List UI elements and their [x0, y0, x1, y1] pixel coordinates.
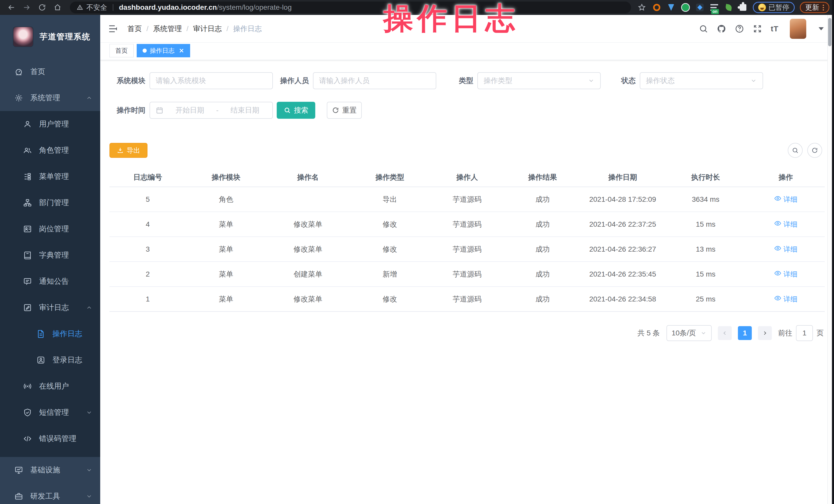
page-unit-label: 页 — [816, 328, 824, 338]
search-icon[interactable] — [699, 24, 708, 34]
cell-action: 详细 — [747, 262, 825, 287]
breadcrumb-item[interactable]: 首页 — [128, 24, 142, 34]
menu-icon — [23, 172, 32, 181]
app-logo-row[interactable]: 芋道管理系统 — [0, 15, 100, 59]
sidebar-item-部门管理[interactable]: 部门管理 — [0, 190, 100, 216]
sidebar-item-角色管理[interactable]: 角色管理 — [0, 137, 100, 163]
browser-back-icon[interactable] — [5, 2, 18, 13]
sidebar-item-首页[interactable]: 首页 — [0, 59, 100, 85]
extension-icon[interactable]: on — [710, 3, 719, 12]
chevron-down-icon — [588, 78, 595, 84]
next-page-button[interactable] — [758, 326, 772, 340]
extension-icon[interactable] — [652, 3, 661, 12]
bookmark-star-icon[interactable] — [637, 2, 647, 13]
fullscreen-icon[interactable] — [753, 24, 762, 34]
goto-page-input[interactable] — [796, 325, 813, 341]
sidebar-item-基础设施[interactable]: 基础设施 — [0, 457, 100, 483]
scrollbar-thumb[interactable] — [828, 18, 831, 46]
refresh-table-icon[interactable] — [807, 143, 822, 158]
tab-操作日志[interactable]: 操作日志 — [137, 44, 190, 57]
tab-close-icon[interactable] — [179, 48, 184, 53]
detail-link[interactable]: 详细 — [774, 220, 797, 229]
url-divider — [113, 4, 113, 11]
module-input[interactable]: 请输入系统模块 — [150, 72, 273, 89]
sidebar-section-gap — [0, 452, 100, 457]
sidebar-item-字典管理[interactable]: 字典管理 — [0, 242, 100, 268]
table-row: 5角色导出芋道源码成功2021-04-28 17:52:093634 ms详细 — [109, 187, 825, 212]
type-select[interactable]: 操作类型 — [477, 72, 601, 89]
sidebar-item-错误码管理[interactable]: 错误码管理 — [0, 425, 100, 452]
detail-link[interactable]: 详细 — [774, 294, 797, 304]
browser-forward-icon[interactable] — [20, 2, 34, 13]
breadcrumb: 首页/系统管理/审计日志/操作日志 — [128, 24, 699, 34]
status-select[interactable]: 操作状态 — [640, 72, 763, 89]
url-text[interactable]: dashboard.yudao.iocoder.cn/system/log/op… — [119, 3, 292, 12]
page-number-button[interactable]: 1 — [738, 326, 752, 340]
extension-on-badge: on — [711, 9, 719, 14]
reset-button[interactable]: 重置 — [327, 102, 362, 119]
sidebar-item-操作日志[interactable]: 操作日志 — [0, 321, 100, 347]
export-button[interactable]: 导出 — [109, 143, 148, 158]
sidebar-item-菜单管理[interactable]: 菜单管理 — [0, 163, 100, 190]
toggle-search-icon[interactable] — [788, 143, 803, 158]
cell-operator: 芋道源码 — [430, 187, 504, 212]
eye-icon — [774, 220, 781, 229]
cell-action: 详细 — [747, 212, 825, 237]
browser-menu-icon[interactable] — [823, 5, 824, 10]
browser-reload-icon[interactable] — [36, 2, 49, 13]
paused-extension-pill[interactable]: 已暂停 — [753, 2, 795, 13]
cell-action: 详细 — [747, 187, 825, 212]
tags-view-bar: 首页操作日志 — [100, 43, 834, 60]
browser-window: 不安全 dashboard.yudao.iocoder.cn/system/lo… — [0, 0, 834, 504]
collapse-sidebar-icon[interactable] — [108, 24, 118, 34]
breadcrumb-item[interactable]: 审计日志 — [193, 24, 222, 34]
sidebar-item-label: 研发工具 — [30, 491, 60, 501]
chrome-update-button[interactable]: 更新 — [800, 2, 829, 13]
topbar: 首页/系统管理/审计日志/操作日志 tT — [100, 15, 834, 43]
operate-log-table: 日志编号操作模块操作名操作类型操作人操作结果操作日期执行时长操作 5角色导出芋道… — [109, 168, 825, 312]
extension-icon[interactable] — [724, 3, 733, 12]
sidebar-item-系统管理[interactable]: 系统管理 — [0, 85, 100, 111]
operator-label: 操作人员 — [273, 76, 309, 86]
chevron-down-icon — [86, 467, 92, 474]
module-label: 系统模块 — [109, 76, 146, 86]
cell-module: 角色 — [186, 187, 266, 212]
breadcrumb-item[interactable]: 系统管理 — [153, 24, 182, 34]
sidebar-item-用户管理[interactable]: 用户管理 — [0, 111, 100, 137]
sidebar-item-通知公告[interactable]: 通知公告 — [0, 268, 100, 294]
sidebar-item-审计日志[interactable]: 审计日志 — [0, 294, 100, 321]
cell-result: 成功 — [504, 237, 581, 262]
shield-icon — [23, 408, 32, 417]
sidebar-item-登录日志[interactable]: 登录日志 — [0, 347, 100, 373]
sidebar-item-短信管理[interactable]: 短信管理 — [0, 399, 100, 425]
browser-home-icon[interactable] — [51, 2, 64, 13]
sidebar-item-岗位管理[interactable]: 岗位管理 — [0, 216, 100, 242]
extension-icon[interactable] — [695, 3, 704, 12]
search-button[interactable]: 搜索 — [277, 102, 315, 119]
sidebar-item-研发工具[interactable]: 研发工具 — [0, 483, 100, 504]
detail-link[interactable]: 详细 — [774, 270, 797, 279]
extension-icon[interactable] — [666, 3, 676, 12]
detail-link[interactable]: 详细 — [774, 245, 797, 254]
sidebar-item-在线用户[interactable]: 在线用户 — [0, 373, 100, 399]
extensions-puzzle-icon[interactable] — [739, 3, 748, 12]
help-icon[interactable] — [735, 24, 744, 34]
eye-icon — [774, 270, 781, 279]
extension-icon[interactable] — [681, 3, 690, 12]
detail-link-label: 详细 — [783, 220, 797, 229]
operator-input[interactable]: 请输入操作人员 — [313, 72, 436, 89]
prev-page-button[interactable] — [718, 326, 732, 340]
page-size-select[interactable]: 10条/页 — [666, 325, 712, 341]
detail-link[interactable]: 详细 — [774, 195, 797, 204]
user-avatar[interactable] — [790, 19, 806, 39]
url-bar[interactable]: 不安全 dashboard.yudao.iocoder.cn/system/lo… — [70, 2, 631, 13]
security-label[interactable]: 不安全 — [86, 3, 107, 12]
date-range-input[interactable]: 开始日期 - 结束日期 — [150, 102, 273, 119]
github-icon[interactable] — [717, 24, 726, 34]
chevron-up-icon — [86, 94, 92, 101]
cell-type: 新增 — [350, 262, 430, 287]
tab-首页[interactable]: 首页 — [109, 44, 134, 57]
font-size-icon[interactable]: tT — [771, 24, 778, 33]
page-scrollbar[interactable] — [827, 15, 832, 504]
avatar-caret-down-icon[interactable] — [818, 27, 824, 30]
